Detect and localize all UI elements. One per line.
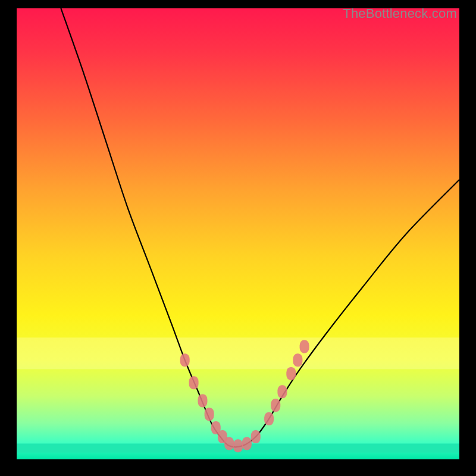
curve-marker	[264, 412, 274, 425]
curve-marker	[198, 394, 207, 407]
bottleneck-chart	[17, 8, 459, 459]
gradient-field	[17, 8, 459, 459]
curve-marker	[293, 353, 302, 367]
curve-marker	[300, 340, 309, 353]
curve-marker	[233, 439, 243, 452]
curve-marker	[242, 437, 252, 450]
chart-frame	[17, 8, 459, 459]
curve-marker	[251, 430, 261, 443]
curve-marker	[205, 408, 214, 421]
svg-rect-0	[17, 337, 459, 369]
curve-marker	[180, 353, 190, 367]
curve-marker	[224, 437, 234, 450]
watermark-text: TheBottleneck.com	[343, 6, 457, 21]
curve-marker	[286, 367, 296, 380]
curve-marker	[277, 385, 287, 398]
curve-marker	[271, 399, 280, 412]
curve-marker	[189, 376, 199, 389]
